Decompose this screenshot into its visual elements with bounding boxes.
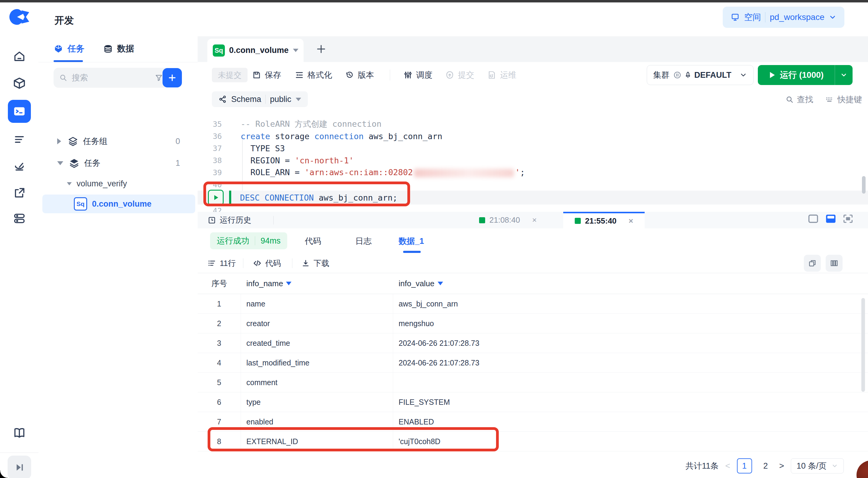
- editor-line[interactable]: 36create storage connection aws_bj_conn_…: [198, 130, 868, 142]
- new-tab-button[interactable]: [315, 43, 327, 55]
- tab-tasks[interactable]: 任务: [54, 43, 85, 55]
- rail-docs-button[interactable]: [13, 426, 26, 440]
- schema-selector[interactable]: Schema public: [212, 91, 308, 107]
- panel-split-icon[interactable]: [826, 214, 836, 223]
- tab-result-data[interactable]: 数据_1: [399, 228, 424, 254]
- download-button[interactable]: 下载: [302, 254, 329, 273]
- add-task-button[interactable]: [162, 68, 182, 88]
- rail-logs-button[interactable]: [13, 133, 26, 146]
- panel-fullscreen-icon[interactable]: [843, 214, 853, 223]
- next-page-button[interactable]: >: [779, 461, 784, 471]
- shortcuts-button[interactable]: 快捷键: [825, 94, 862, 105]
- line-number: 40: [198, 180, 230, 189]
- columns-icon: [830, 259, 838, 267]
- workspace-switcher[interactable]: 空间 pd_workspace: [723, 7, 844, 28]
- toolbar-divider: [243, 258, 243, 268]
- cell-seq: 6: [198, 392, 241, 412]
- results-toolbar: 11行 代码 下载: [198, 254, 868, 273]
- schedule-button[interactable]: 调度: [403, 62, 433, 88]
- rail-development-button[interactable]: [8, 100, 31, 123]
- editor-scrollbar[interactable]: [862, 176, 866, 194]
- rail-share-button[interactable]: [13, 186, 26, 200]
- rail-monitor-button[interactable]: [13, 159, 26, 173]
- editor-tab-conn-volume[interactable]: Sq 0.conn_volume: [207, 39, 304, 62]
- table-row[interactable]: 7enabledENABLED: [198, 412, 868, 432]
- save-button[interactable]: 保存: [252, 62, 281, 88]
- sort-icon[interactable]: [438, 282, 443, 285]
- editor-line[interactable]: 42: [198, 204, 868, 212]
- run-options-button[interactable]: [835, 71, 852, 79]
- format-button[interactable]: 格式化: [295, 62, 332, 88]
- task-search[interactable]: [54, 68, 168, 88]
- copy-result-button[interactable]: [804, 254, 821, 273]
- tree-tasks-count: 1: [176, 159, 198, 168]
- table-scrollbar[interactable]: [861, 298, 865, 392]
- filter-icon[interactable]: [155, 73, 163, 82]
- sql-file-badge: Sq: [213, 44, 225, 57]
- run-tab-215540[interactable]: 21:55:40 ×: [563, 212, 645, 228]
- rail-home-button[interactable]: [13, 50, 26, 63]
- caret-down-icon[interactable]: [57, 161, 63, 165]
- cluster-selector[interactable]: 集群 DEFAULT: [647, 65, 753, 85]
- table-row[interactable]: 1nameaws_bj_conn_arn: [198, 294, 868, 314]
- page-1-button[interactable]: 1: [737, 458, 752, 474]
- table-row[interactable]: 4last_modified_time2024-06-26 21:07:28.7…: [198, 353, 868, 373]
- tab-result-log[interactable]: 日志: [355, 228, 372, 254]
- run-history-button[interactable]: 运行历史: [208, 212, 251, 228]
- editor-line[interactable]: 35-- RoleARN 方式创建 connection: [198, 118, 868, 130]
- tab-data[interactable]: 数据: [103, 43, 134, 55]
- close-icon[interactable]: ×: [629, 216, 633, 226]
- tab-result-code-label: 代码: [305, 236, 321, 247]
- sort-icon[interactable]: [286, 282, 291, 285]
- prev-page-button[interactable]: <: [725, 461, 730, 471]
- rocket-icon: [684, 71, 692, 79]
- header-info-name[interactable]: info_name: [241, 273, 393, 294]
- save-icon: [252, 70, 261, 79]
- doc-icon: [208, 216, 216, 224]
- view-code-button[interactable]: 代码: [253, 254, 281, 273]
- results-panel: 运行历史 21:08:40 × 21:55:40 × 运行成功: [198, 212, 868, 478]
- tab-result-code[interactable]: 代码: [305, 228, 321, 254]
- main-area: Sq 0.conn_volume 未提交 保存 格式化 版本 调度: [198, 36, 868, 478]
- table-row[interactable]: 5comment: [198, 373, 868, 392]
- search-input[interactable]: [71, 73, 151, 83]
- version-button[interactable]: 版本: [345, 62, 374, 88]
- header-info-value[interactable]: info_value: [393, 273, 868, 294]
- close-icon[interactable]: ×: [532, 215, 536, 225]
- tree-file-conn-volume[interactable]: Sq 0.conn_volume: [42, 194, 195, 213]
- editor-line[interactable]: 37 TYPE S3: [198, 142, 868, 154]
- editor-current-line[interactable]: DESC CONNECTION aws_bj_conn_arn;: [198, 191, 868, 204]
- schema-share-icon: [218, 95, 227, 103]
- tree-group-task-groups[interactable]: 任务组 0: [38, 132, 198, 151]
- editor-line[interactable]: 40: [198, 179, 868, 191]
- submit-button[interactable]: 提交: [445, 62, 474, 88]
- run-statement-button[interactable]: [208, 190, 224, 205]
- run-button[interactable]: 运行 (1000): [758, 65, 852, 85]
- caret-right-icon[interactable]: [57, 138, 61, 144]
- chevron-down-icon[interactable]: [293, 49, 299, 52]
- table-row[interactable]: 2creatormengshuo: [198, 314, 868, 333]
- ops-button[interactable]: 运维: [487, 62, 516, 88]
- rail-storage-button[interactable]: [13, 212, 26, 225]
- run-tab-210840[interactable]: 21:08:40 ×: [479, 212, 536, 228]
- caret-down-icon[interactable]: [67, 182, 72, 185]
- tree-group-tasks[interactable]: 任务 1: [38, 153, 198, 173]
- header-seq[interactable]: 序号: [198, 273, 241, 294]
- table-row[interactable]: 8EXTERNAL_ID'cujT0coh8D: [198, 432, 868, 451]
- sql-editor[interactable]: 35-- RoleARN 方式创建 connection36create sto…: [198, 111, 868, 212]
- chevron-down-icon: [739, 71, 747, 79]
- editor-line[interactable]: 39 ROLE_ARN = 'arn:aws-cn:iam::02802';: [198, 166, 868, 179]
- table-row[interactable]: 3created_time2024-06-26 21:07:28.73: [198, 333, 868, 353]
- rail-assets-button[interactable]: [13, 76, 26, 90]
- chevron-down-icon: [831, 463, 838, 469]
- editor-line[interactable]: 38 REGION = 'cn-north-1': [198, 154, 868, 166]
- find-button[interactable]: 查找: [785, 94, 813, 105]
- column-settings-button[interactable]: [826, 254, 843, 273]
- page-size-select[interactable]: 10 条/页: [791, 458, 844, 474]
- panel-normal-icon[interactable]: [808, 214, 818, 223]
- home-icon: [13, 50, 26, 63]
- table-row[interactable]: 6typeFILE_SYSTEM: [198, 392, 868, 412]
- collapse-sidebar-button[interactable]: [7, 456, 31, 478]
- page-2-button[interactable]: 2: [759, 459, 773, 473]
- tree-folder-volume-verify[interactable]: volume_verify: [38, 174, 198, 193]
